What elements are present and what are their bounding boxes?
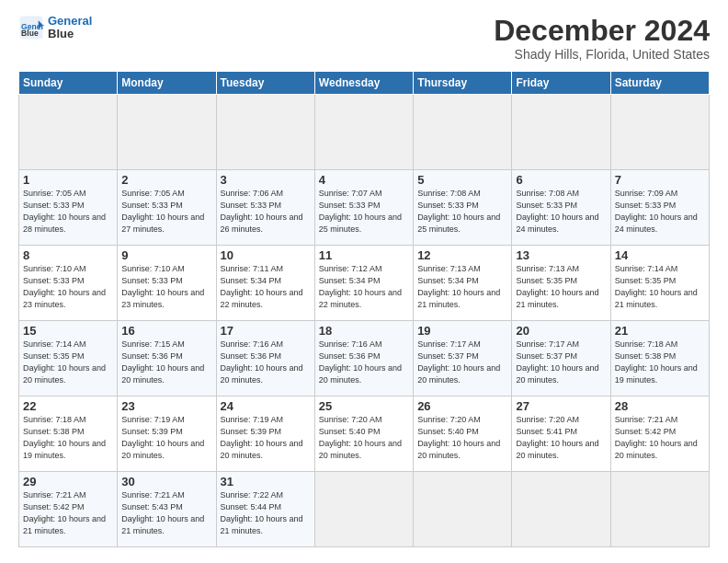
calendar-cell: 31 Sunrise: 7:22 AMSunset: 5:44 PMDaylig… bbox=[216, 472, 314, 547]
cell-info: Sunrise: 7:17 AMSunset: 5:37 PMDaylight:… bbox=[417, 339, 500, 385]
day-number: 28 bbox=[615, 399, 705, 413]
day-number: 7 bbox=[615, 173, 705, 187]
cell-info: Sunrise: 7:20 AMSunset: 5:40 PMDaylight:… bbox=[417, 415, 500, 460]
day-number: 22 bbox=[23, 399, 113, 413]
calendar-cell: 24 Sunrise: 7:19 AMSunset: 5:39 PMDaylig… bbox=[216, 396, 314, 472]
header: General Blue General Blue December 2024 … bbox=[18, 15, 710, 62]
cell-info: Sunrise: 7:10 AMSunset: 5:33 PMDaylight:… bbox=[121, 264, 204, 309]
calendar-cell: 25 Sunrise: 7:20 AMSunset: 5:40 PMDaylig… bbox=[314, 396, 413, 472]
day-number: 10 bbox=[221, 248, 311, 262]
cell-info: Sunrise: 7:20 AMSunset: 5:41 PMDaylight:… bbox=[516, 415, 598, 460]
day-number: 1 bbox=[23, 173, 113, 187]
cell-info: Sunrise: 7:13 AMSunset: 5:34 PMDaylight:… bbox=[417, 264, 500, 309]
calendar-week-4: 22 Sunrise: 7:18 AMSunset: 5:38 PMDaylig… bbox=[19, 396, 710, 472]
calendar-week-2: 8 Sunrise: 7:10 AMSunset: 5:33 PMDayligh… bbox=[19, 246, 710, 321]
day-number: 8 bbox=[23, 248, 113, 262]
calendar-cell: 8 Sunrise: 7:10 AMSunset: 5:33 PMDayligh… bbox=[19, 246, 118, 321]
calendar-cell bbox=[414, 472, 512, 547]
calendar-cell: 20 Sunrise: 7:17 AMSunset: 5:37 PMDaylig… bbox=[512, 321, 610, 396]
calendar-cell: 13 Sunrise: 7:13 AMSunset: 5:35 PMDaylig… bbox=[512, 246, 610, 321]
cell-info: Sunrise: 7:08 AMSunset: 5:33 PMDaylight:… bbox=[417, 189, 500, 234]
day-number: 31 bbox=[221, 475, 311, 488]
calendar-week-3: 15 Sunrise: 7:14 AMSunset: 5:35 PMDaylig… bbox=[19, 321, 710, 396]
calendar-cell: 14 Sunrise: 7:14 AMSunset: 5:35 PMDaylig… bbox=[610, 246, 709, 321]
day-number: 25 bbox=[319, 399, 409, 413]
cell-info: Sunrise: 7:21 AMSunset: 5:43 PMDaylight:… bbox=[121, 490, 204, 535]
day-number: 21 bbox=[615, 324, 705, 338]
day-number: 11 bbox=[319, 248, 409, 262]
calendar-cell: 10 Sunrise: 7:11 AMSunset: 5:34 PMDaylig… bbox=[216, 246, 314, 321]
cell-info: Sunrise: 7:16 AMSunset: 5:36 PMDaylight:… bbox=[319, 339, 402, 385]
header-row: SundayMondayTuesdayWednesdayThursdayFrid… bbox=[19, 72, 710, 95]
day-number: 4 bbox=[319, 173, 409, 187]
calendar-cell bbox=[118, 95, 216, 170]
day-number: 29 bbox=[23, 475, 113, 488]
month-title: December 2024 bbox=[494, 15, 710, 47]
logo-icon: General Blue bbox=[18, 15, 44, 40]
cell-info: Sunrise: 7:14 AMSunset: 5:35 PMDaylight:… bbox=[615, 264, 698, 309]
cell-info: Sunrise: 7:18 AMSunset: 5:38 PMDaylight:… bbox=[23, 415, 106, 460]
day-number: 27 bbox=[516, 399, 606, 413]
title-block: December 2024 Shady Hills, Florida, Unit… bbox=[494, 15, 710, 62]
calendar-cell: 29 Sunrise: 7:21 AMSunset: 5:42 PMDaylig… bbox=[19, 472, 118, 547]
cell-info: Sunrise: 7:15 AMSunset: 5:36 PMDaylight:… bbox=[121, 339, 204, 385]
cell-info: Sunrise: 7:19 AMSunset: 5:39 PMDaylight:… bbox=[221, 415, 303, 460]
calendar-cell: 30 Sunrise: 7:21 AMSunset: 5:43 PMDaylig… bbox=[118, 472, 216, 547]
cell-info: Sunrise: 7:05 AMSunset: 5:33 PMDaylight:… bbox=[121, 189, 204, 234]
day-number: 24 bbox=[221, 399, 311, 413]
calendar-cell: 11 Sunrise: 7:12 AMSunset: 5:34 PMDaylig… bbox=[314, 246, 413, 321]
calendar-cell: 16 Sunrise: 7:15 AMSunset: 5:36 PMDaylig… bbox=[118, 321, 216, 396]
calendar-cell: 22 Sunrise: 7:18 AMSunset: 5:38 PMDaylig… bbox=[19, 396, 118, 472]
calendar-cell bbox=[512, 472, 610, 547]
cell-info: Sunrise: 7:19 AMSunset: 5:39 PMDaylight:… bbox=[121, 415, 204, 460]
calendar-week-0 bbox=[19, 95, 710, 170]
calendar-week-1: 1 Sunrise: 7:05 AMSunset: 5:33 PMDayligh… bbox=[19, 170, 710, 246]
calendar-cell: 15 Sunrise: 7:14 AMSunset: 5:35 PMDaylig… bbox=[19, 321, 118, 396]
calendar-cell: 18 Sunrise: 7:16 AMSunset: 5:36 PMDaylig… bbox=[314, 321, 413, 396]
calendar-cell: 19 Sunrise: 7:17 AMSunset: 5:37 PMDaylig… bbox=[414, 321, 512, 396]
cell-info: Sunrise: 7:13 AMSunset: 5:35 PMDaylight:… bbox=[516, 264, 598, 309]
day-number: 19 bbox=[417, 324, 507, 338]
col-header-sunday: Sunday bbox=[19, 72, 118, 95]
logo-line2: Blue bbox=[48, 28, 92, 40]
col-header-wednesday: Wednesday bbox=[314, 72, 413, 95]
day-number: 2 bbox=[121, 173, 211, 187]
calendar-cell bbox=[414, 95, 512, 170]
calendar-cell bbox=[512, 95, 610, 170]
calendar-cell: 27 Sunrise: 7:20 AMSunset: 5:41 PMDaylig… bbox=[512, 396, 610, 472]
calendar-cell bbox=[610, 95, 709, 170]
cell-info: Sunrise: 7:16 AMSunset: 5:36 PMDaylight:… bbox=[221, 339, 303, 385]
calendar-cell: 2 Sunrise: 7:05 AMSunset: 5:33 PMDayligh… bbox=[118, 170, 216, 246]
calendar-cell: 9 Sunrise: 7:10 AMSunset: 5:33 PMDayligh… bbox=[118, 246, 216, 321]
day-number: 6 bbox=[516, 173, 606, 187]
day-number: 15 bbox=[23, 324, 113, 338]
location: Shady Hills, Florida, United States bbox=[494, 47, 710, 62]
calendar-table: SundayMondayTuesdayWednesdayThursdayFrid… bbox=[18, 71, 710, 547]
day-number: 5 bbox=[417, 173, 507, 187]
cell-info: Sunrise: 7:18 AMSunset: 5:38 PMDaylight:… bbox=[615, 339, 698, 385]
cell-info: Sunrise: 7:09 AMSunset: 5:33 PMDaylight:… bbox=[615, 189, 698, 234]
page: General Blue General Blue December 2024 … bbox=[0, 0, 728, 563]
day-number: 20 bbox=[516, 324, 606, 338]
logo: General Blue General Blue bbox=[18, 15, 92, 41]
day-number: 12 bbox=[417, 248, 507, 262]
logo-line1: General bbox=[48, 15, 92, 28]
day-number: 30 bbox=[121, 475, 211, 488]
calendar-cell: 5 Sunrise: 7:08 AMSunset: 5:33 PMDayligh… bbox=[414, 170, 512, 246]
day-number: 14 bbox=[615, 248, 705, 262]
calendar-cell bbox=[314, 95, 413, 170]
cell-info: Sunrise: 7:14 AMSunset: 5:35 PMDaylight:… bbox=[23, 339, 106, 385]
cell-info: Sunrise: 7:20 AMSunset: 5:40 PMDaylight:… bbox=[319, 415, 402, 460]
calendar-cell: 28 Sunrise: 7:21 AMSunset: 5:42 PMDaylig… bbox=[610, 396, 709, 472]
col-header-saturday: Saturday bbox=[610, 72, 709, 95]
day-number: 16 bbox=[121, 324, 211, 338]
cell-info: Sunrise: 7:21 AMSunset: 5:42 PMDaylight:… bbox=[23, 490, 106, 535]
cell-info: Sunrise: 7:11 AMSunset: 5:34 PMDaylight:… bbox=[221, 264, 303, 309]
calendar-cell: 17 Sunrise: 7:16 AMSunset: 5:36 PMDaylig… bbox=[216, 321, 314, 396]
col-header-friday: Friday bbox=[512, 72, 610, 95]
calendar-cell: 4 Sunrise: 7:07 AMSunset: 5:33 PMDayligh… bbox=[314, 170, 413, 246]
calendar-cell: 12 Sunrise: 7:13 AMSunset: 5:34 PMDaylig… bbox=[414, 246, 512, 321]
cell-info: Sunrise: 7:05 AMSunset: 5:33 PMDaylight:… bbox=[23, 189, 106, 234]
day-number: 18 bbox=[319, 324, 409, 338]
calendar-cell: 23 Sunrise: 7:19 AMSunset: 5:39 PMDaylig… bbox=[118, 396, 216, 472]
